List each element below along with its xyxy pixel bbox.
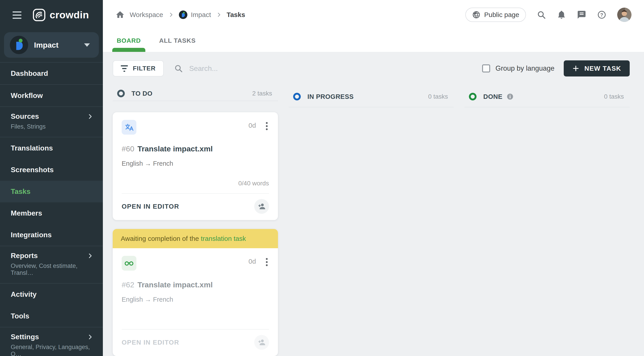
sidebar-item-tools[interactable]: Tools [0, 305, 103, 327]
column-in-progress: IN PROGRESS 0 tasks [289, 90, 454, 356]
sidebar-header: crowdin [0, 0, 103, 30]
sidebar-nav: Dashboard Workflow Sources Files, String… [0, 62, 103, 356]
todo-status-icon [117, 90, 125, 97]
card-menu-button[interactable] [264, 120, 269, 132]
done-count: 0 tasks [604, 93, 624, 100]
due-badge: 0d [248, 120, 256, 129]
card-title: #60Translate impact.xml [122, 144, 269, 153]
crowdin-logo[interactable]: crowdin [33, 8, 89, 22]
column-done: DONE 0 tasks [464, 90, 630, 356]
card-language-pair: English → French [122, 160, 269, 167]
search-icon[interactable] [537, 10, 546, 20]
translate-task-icon [122, 120, 136, 134]
globe-icon [472, 10, 480, 19]
due-badge: 0d [248, 256, 256, 265]
translation-task-link[interactable]: translation task [201, 235, 246, 242]
in-progress-count: 0 tasks [428, 93, 448, 100]
project-name: Impact [34, 41, 58, 50]
project-selector[interactable]: Impact [4, 32, 99, 58]
proofread-task-icon [122, 256, 136, 270]
chevron-right-icon [86, 333, 94, 341]
card-menu-button[interactable] [264, 256, 269, 268]
sidebar-item-workflow[interactable]: Workflow [0, 85, 103, 106]
open-in-editor-button[interactable]: OPEN IN EDITOR [122, 203, 179, 210]
todo-count: 2 tasks [252, 90, 272, 97]
card-title: #62Translate impact.xml [122, 280, 269, 289]
breadcrumb: Workspace Impact Tasks [116, 10, 245, 20]
open-in-editor-button-disabled: OPEN IN EDITOR [122, 339, 179, 346]
task-card-60[interactable]: 0d #60Translate impact.xml English → Fre… [113, 112, 278, 220]
project-avatar [10, 36, 28, 54]
in-progress-status-icon [293, 93, 301, 100]
main-area: Workspace Impact Tasks [103, 0, 644, 356]
filter-icon [121, 65, 128, 72]
messages-icon[interactable] [577, 10, 586, 20]
sidebar-item-sources-subtitle: Files, Strings [11, 123, 94, 130]
sidebar-item-members[interactable]: Members [0, 202, 103, 224]
group-by-language-label: Group by language [496, 64, 554, 72]
task-card-62[interactable]: Awaiting completion of the translation t… [113, 229, 278, 356]
group-by-language-checkbox[interactable] [482, 64, 490, 72]
new-task-button[interactable]: NEW TASK [564, 60, 630, 76]
chevron-down-icon [84, 44, 90, 47]
sidebar-item-translations[interactable]: Translations [0, 137, 103, 159]
chevron-right-icon [168, 12, 174, 18]
chevron-right-icon [216, 12, 222, 18]
sidebar-item-activity[interactable]: Activity [0, 284, 103, 305]
chevron-right-icon [86, 252, 94, 260]
card-words-progress: 0/40 words [122, 180, 269, 188]
breadcrumb-workspace[interactable]: Workspace [130, 11, 163, 18]
svg-text:?: ? [600, 12, 603, 18]
task-board: FILTER Group by language NEW TASK [103, 52, 644, 356]
chevron-right-icon [86, 113, 94, 120]
person-add-icon [257, 202, 266, 211]
project-avatar-small [179, 10, 188, 19]
notifications-bell-icon[interactable] [557, 10, 566, 20]
public-page-button[interactable]: Public page [465, 8, 526, 22]
plus-icon [572, 65, 580, 72]
blocked-banner: Awaiting completion of the translation t… [113, 229, 278, 248]
sidebar-item-reports-subtitle: Overview, Cost estimate, Transl… [11, 262, 94, 276]
sidebar-item-tasks[interactable]: Tasks [0, 181, 103, 202]
card-words-progress [122, 316, 269, 323]
breadcrumb-project[interactable]: Impact [179, 10, 211, 19]
sidebar: crowdin Impact Dashboard [0, 0, 103, 356]
sidebar-item-screenshots[interactable]: Screenshots [0, 159, 103, 181]
add-assignee-button-disabled [254, 335, 269, 350]
home-icon[interactable] [116, 10, 125, 20]
sidebar-item-reports[interactable]: Reports Overview, Cost estimate, Transl… [0, 246, 103, 283]
tab-all-tasks[interactable]: ALL TASKS [158, 30, 197, 52]
search-icon [174, 64, 183, 73]
info-icon[interactable] [506, 93, 514, 100]
sidebar-item-dashboard[interactable]: Dashboard [0, 62, 103, 84]
crowdin-tasks-page: crowdin Impact Dashboard [0, 0, 644, 356]
card-language-pair: English → French [122, 296, 269, 303]
top-bar: Workspace Impact Tasks [103, 0, 644, 52]
crowdin-logo-icon [33, 8, 46, 22]
user-avatar[interactable] [617, 8, 632, 22]
board-toolbar: FILTER Group by language NEW TASK [113, 60, 630, 76]
sidebar-item-settings[interactable]: Settings General, Privacy, Languages, Q… [0, 328, 103, 356]
sidebar-item-sources[interactable]: Sources Files, Strings [0, 107, 103, 137]
done-status-icon [469, 93, 476, 100]
add-assignee-button[interactable] [254, 199, 269, 214]
top-actions: Public page ? [465, 8, 632, 22]
help-icon[interactable]: ? [597, 10, 606, 20]
crowdin-logo-text: crowdin [50, 9, 89, 21]
view-tabs: BOARD ALL TASKS [103, 30, 644, 52]
breadcrumb-current-page: Tasks [227, 11, 245, 18]
sidebar-item-settings-subtitle: General, Privacy, Languages, Q… [11, 344, 94, 356]
column-todo: TO DO 2 tasks [113, 90, 278, 356]
filter-button[interactable]: FILTER [113, 60, 164, 76]
tab-board[interactable]: BOARD [116, 30, 142, 52]
breadcrumb-project-label: Impact [191, 11, 211, 18]
search-input[interactable] [189, 64, 323, 73]
person-add-icon [257, 338, 266, 347]
sidebar-item-integrations[interactable]: Integrations [0, 224, 103, 246]
hamburger-menu-icon[interactable] [12, 12, 22, 19]
board-search [174, 64, 330, 73]
